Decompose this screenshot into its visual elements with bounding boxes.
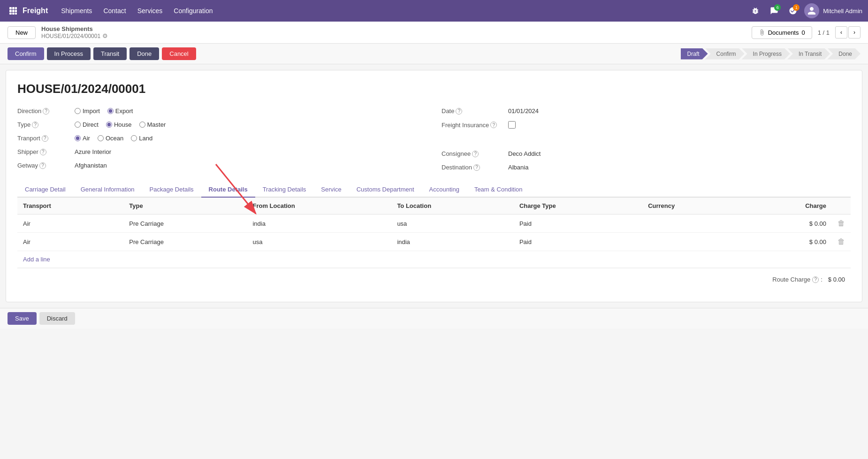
action-row: Confirm In Process Transit Done Cancel D… <box>0 44 868 64</box>
destination-help[interactable]: ? <box>473 164 480 171</box>
topnav-icons: 6 1 Mitchell Admin <box>748 3 862 18</box>
table-header: Transport Type From Location To Location… <box>17 198 851 214</box>
table-row: Air Pre Carriage usa india Paid $ 0.00 🗑 <box>17 233 851 251</box>
cell-to-1: india <box>391 233 514 251</box>
direction-import-radio[interactable] <box>75 108 81 114</box>
route-charge-row: Route Charge ? : $ 0.00 <box>17 268 851 291</box>
type-master-radio[interactable] <box>139 122 145 128</box>
transport-air-option[interactable]: Air <box>75 135 90 142</box>
chat-icon-button[interactable]: 6 <box>767 3 782 18</box>
direction-radio-group: Import Export <box>75 107 133 115</box>
type-master-label: Master <box>147 121 166 128</box>
transport-air-radio[interactable] <box>75 135 81 141</box>
user-name-label[interactable]: Mitchell Admin <box>823 8 862 15</box>
table-row: Air Pre Carriage india usa Paid $ 0.00 🗑 <box>17 214 851 233</box>
transport-land-radio[interactable] <box>131 135 137 141</box>
in-process-button[interactable]: In Process <box>47 47 91 60</box>
add-line-row: Add a line <box>17 251 851 268</box>
prev-page-button[interactable]: ‹ <box>835 26 847 38</box>
discard-button[interactable]: Discard <box>39 312 75 325</box>
apps-menu-button[interactable] <box>6 3 21 18</box>
freight-insurance-help[interactable]: ? <box>490 122 497 128</box>
direction-export-option[interactable]: Export <box>107 107 133 115</box>
done-button[interactable]: Done <box>129 47 159 60</box>
tab-carriage-detail[interactable]: Carriage Detail <box>17 182 73 198</box>
type-label: Type ? <box>17 121 69 128</box>
date-value: 01/01/2024 <box>508 107 539 115</box>
chat-badge: 6 <box>774 4 781 11</box>
getway-row: Getway ? Afghanistan <box>17 162 426 169</box>
route-charge-help[interactable]: ? <box>812 276 819 283</box>
svg-rect-6 <box>9 13 12 15</box>
cell-currency-1 <box>642 233 745 251</box>
tab-customs-department[interactable]: Customs Department <box>349 182 422 198</box>
direction-import-option[interactable]: Import <box>75 107 100 115</box>
direction-label: Direction ? <box>17 107 69 115</box>
new-button[interactable]: New <box>8 26 36 39</box>
save-button[interactable]: Save <box>8 312 37 325</box>
type-house-option[interactable]: House <box>106 121 132 128</box>
tab-general-information[interactable]: General Information <box>73 182 142 198</box>
type-direct-label: Direct <box>83 121 99 128</box>
delete-row-0-button[interactable]: 🗑 <box>838 219 845 227</box>
transport-help[interactable]: ? <box>42 135 48 142</box>
col-charge: Charge <box>745 198 832 214</box>
svg-rect-1 <box>12 7 15 9</box>
consignee-row: Consignee ? Deco Addict <box>442 150 851 157</box>
type-help[interactable]: ? <box>32 122 38 128</box>
col-transport: Transport <box>17 198 123 214</box>
cell-transport-0: Air <box>17 214 123 233</box>
settings-icon[interactable]: ⚙ <box>102 32 108 39</box>
consignee-help[interactable]: ? <box>472 151 479 157</box>
svg-rect-3 <box>9 10 12 12</box>
svg-rect-2 <box>15 7 17 9</box>
tab-team-condition[interactable]: Team & Condition <box>467 182 530 198</box>
freight-insurance-row: Freight Insurance ? <box>442 121 851 129</box>
delete-row-1-button[interactable]: 🗑 <box>838 237 845 245</box>
confirm-button[interactable]: Confirm <box>8 47 44 60</box>
transport-label: Tranport ? <box>17 135 69 142</box>
cell-charge-1: $ 0.00 <box>745 233 832 251</box>
consignee-value: Deco Addict <box>508 150 541 157</box>
getway-help[interactable]: ? <box>39 162 46 169</box>
destination-value: Albania <box>508 164 528 171</box>
menu-item-shipments[interactable]: Shipments <box>55 5 98 16</box>
freight-insurance-checkbox[interactable] <box>508 121 516 129</box>
transport-air-label: Air <box>83 135 90 142</box>
date-label: Date ? <box>442 107 503 115</box>
next-page-button[interactable]: › <box>848 26 860 38</box>
tab-accounting[interactable]: Accounting <box>422 182 467 198</box>
menu-item-services[interactable]: Services <box>132 5 168 16</box>
add-line-button[interactable]: Add a line <box>17 251 56 268</box>
cell-transport-1: Air <box>17 233 123 251</box>
transit-button[interactable]: Transit <box>93 47 127 60</box>
col-currency: Currency <box>642 198 745 214</box>
tab-tracking-details[interactable]: Tracking Details <box>255 182 314 198</box>
menu-item-contact[interactable]: Contact <box>98 5 131 16</box>
user-avatar[interactable] <box>804 3 819 18</box>
transport-ocean-option[interactable]: Ocean <box>98 135 123 142</box>
shipper-help[interactable]: ? <box>40 149 46 155</box>
type-master-option[interactable]: Master <box>139 121 166 128</box>
menu-item-configuration[interactable]: Configuration <box>168 5 218 16</box>
updates-icon-button[interactable]: 1 <box>785 3 800 18</box>
tab-route-details[interactable]: Route Details <box>201 182 255 198</box>
type-direct-option[interactable]: Direct <box>75 121 99 128</box>
type-row: Type ? Direct House Master <box>17 121 426 128</box>
col-from-location: From Location <box>247 198 391 214</box>
date-help[interactable]: ? <box>456 108 462 115</box>
direction-export-radio[interactable] <box>107 108 114 114</box>
documents-button[interactable]: Documents 0 <box>752 26 812 39</box>
route-charge-value: $ 0.00 <box>828 276 845 283</box>
col-to-location: To Location <box>391 198 514 214</box>
tab-service[interactable]: Service <box>313 182 349 198</box>
tab-package-details[interactable]: Package Details <box>142 182 201 198</box>
transport-land-option[interactable]: Land <box>131 135 152 142</box>
direction-help[interactable]: ? <box>43 108 49 115</box>
bug-icon-button[interactable] <box>748 3 763 18</box>
type-direct-radio[interactable] <box>75 122 81 128</box>
cell-charge-type-0: Paid <box>514 214 642 233</box>
cancel-button[interactable]: Cancel <box>162 47 196 60</box>
transport-ocean-radio[interactable] <box>98 135 104 141</box>
type-house-radio[interactable] <box>106 122 112 128</box>
